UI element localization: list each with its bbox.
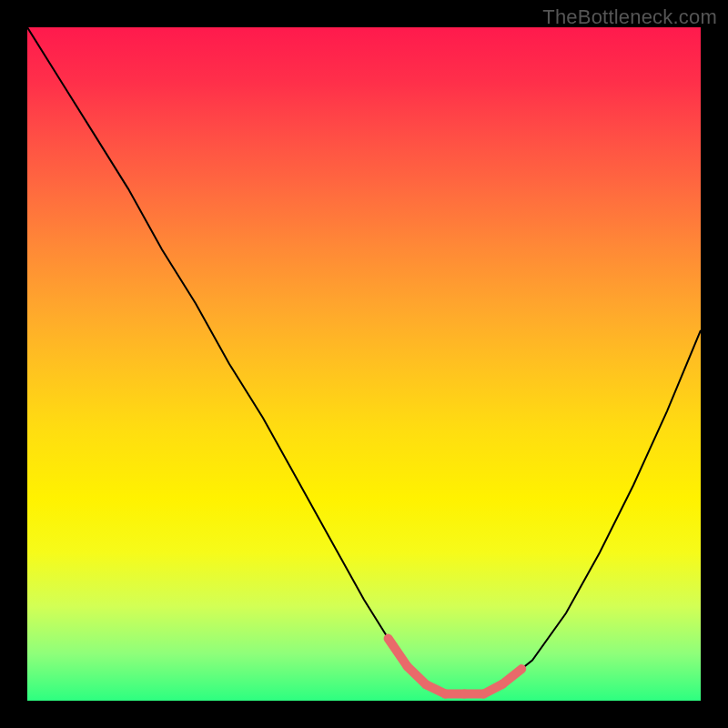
- chart-plot-area: [27, 27, 701, 701]
- watermark-text: TheBottleneck.com: [542, 5, 717, 29]
- chart-stage: TheBottleneck.com: [0, 0, 728, 728]
- chart-svg: [27, 27, 701, 701]
- bottleneck-curve: [27, 27, 701, 694]
- valley-dash-segment: [389, 639, 408, 666]
- valley-dash-segment: [502, 669, 521, 684]
- valley-highlight: [389, 639, 522, 694]
